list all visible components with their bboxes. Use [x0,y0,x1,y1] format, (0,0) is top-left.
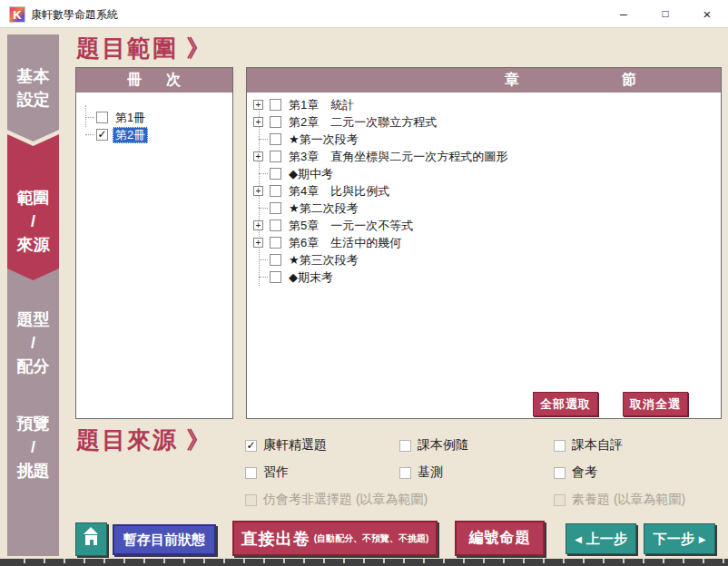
expand-icon[interactable]: + [253,100,263,110]
chapter-label[interactable]: ★第三次段考 [286,252,361,268]
chapter-checkbox[interactable] [270,185,281,197]
ruler-ticks [5,559,728,563]
chapter-label[interactable]: 第5章 一元一次不等式 [286,218,416,234]
close-button[interactable]: × [686,0,728,27]
checkbox-icon[interactable] [399,440,411,452]
tree-gutter [251,131,270,148]
chapter-label[interactable]: ★第二次段考 [286,200,361,217]
chapter-label[interactable]: 第2章 二元一次聯立方程式 [286,114,439,131]
chapter-row[interactable]: + 第4章 比與比例式 [251,182,392,200]
chapter-label[interactable]: ◆期末考 [286,269,336,286]
source-label: 課本例隨 [418,437,468,454]
tree-gutter: + [251,217,270,234]
volume-checkbox[interactable] [96,112,108,123]
volume-row[interactable]: 第1冊 [78,109,148,126]
maximize-button[interactable]: □ [644,0,686,27]
chapter-label[interactable]: 第3章 直角坐標與二元一次方程式的圖形 [286,149,510,165]
chapter-checkbox[interactable] [270,99,281,111]
source-literacy: 素養題 (以章為範圍) [554,492,685,508]
chapter-label[interactable]: 第6章 生活中的幾何 [286,235,404,251]
source-label: 素養題 (以章為範圍) [572,492,685,508]
chapter-row[interactable]: + 第3章 直角坐標與二元一次方程式的圖形 [251,148,510,165]
expand-icon[interactable]: + [253,220,263,230]
chapter-checkbox[interactable] [270,254,281,266]
deselect-all-button[interactable]: 取消全選 [623,392,688,416]
chapter-checkbox[interactable] [270,220,281,231]
previous-step-label: 上一步 [586,531,627,548]
tree-stub [85,117,94,118]
tree-stub [85,134,94,135]
chapter-row[interactable]: ★第一次段考 [251,131,361,148]
volume-label[interactable]: 第2冊 [113,127,148,143]
source-label: 康軒精選題 [263,437,327,454]
checkbox-icon[interactable] [554,467,566,479]
step-sidebar: 基本 設定 範圍 / 來源 題型 / 配分 預覽 / 挑題 [7,34,59,556]
source-kangxuan-selected[interactable]: ✓ 康軒精選題 [245,437,327,454]
checkbox-icon[interactable] [399,467,411,479]
volume-header-right: 次 [166,71,182,90]
save-state-button[interactable]: 暫存目前狀態 [113,524,216,555]
chapter-row[interactable]: ◆期中考 [251,165,336,182]
source-label: 課本自評 [572,437,623,454]
checkbox-icon [245,494,257,506]
numbered-question-button[interactable]: 編號命題 [455,521,545,556]
next-step-label: 下一步 [654,531,694,548]
chapter-label[interactable]: ◆期中考 [286,166,336,182]
tree-gutter [78,109,96,126]
chapter-row[interactable]: ◆期末考 [251,268,336,286]
chapter-checkbox[interactable] [270,237,281,249]
volume-label[interactable]: 第1冊 [113,110,148,126]
source-exam[interactable]: 會考 [554,464,597,481]
source-label: 基測 [418,464,443,481]
volume-row[interactable]: ✓ 第2冊 [78,126,148,143]
source-label: 習作 [263,464,289,481]
left-arrow-icon: ◀ [575,534,582,544]
expand-icon[interactable]: + [253,238,263,248]
direct-generate-note: (自動配分、不預覽、不挑題) [314,532,429,545]
volume-panel: 冊 次 第1冊 ✓ 第2冊 [75,67,233,419]
chapter-row[interactable]: ★第三次段考 [251,251,361,268]
select-all-button[interactable]: 全部選取 [533,392,598,416]
source-textbook-examples[interactable]: 課本例隨 [399,437,468,454]
next-step-button[interactable]: 下一步 ▶ [644,523,715,554]
volume-checkbox[interactable]: ✓ [96,129,108,141]
source-workbook[interactable]: 習作 [245,464,289,481]
previous-step-button[interactable]: ◀ 上一步 [566,523,636,554]
direct-generate-label: 直接出卷 [241,528,310,550]
home-button[interactable] [75,522,107,556]
chapter-checkbox[interactable] [270,202,281,214]
chapter-label[interactable]: 第4章 比與比例式 [286,183,392,200]
volume-panel-header: 冊 次 [76,68,232,93]
checkbox-icon[interactable] [245,467,257,479]
chapter-row[interactable]: ★第二次段考 [251,200,361,217]
expand-icon[interactable]: + [253,151,263,161]
question-source-heading: 題目來源 》 [76,424,212,456]
tree-gutter: + [251,234,270,251]
source-basic-test[interactable]: 基測 [399,464,443,481]
chapter-row[interactable]: + 第6章 生活中的幾何 [251,234,404,251]
volume-header-left: 冊 [127,71,143,90]
expand-icon[interactable]: + [253,186,263,196]
source-textbook-selfcheck[interactable]: 課本自評 [554,437,623,454]
app-logo-icon: K [9,6,25,23]
source-mock-nonchoice: 仿會考非選擇題 (以章為範圍) [245,492,428,508]
chapter-row[interactable]: + 第5章 一元一次不等式 [251,217,416,234]
sidebar-item-basic-settings[interactable]: 基本 設定 [7,34,59,142]
sidebar-item-preview-pick[interactable]: 預覽 / 挑題 [7,377,59,556]
chapter-checkbox[interactable] [270,133,281,145]
expand-icon[interactable]: + [253,117,263,127]
checkbox-icon [554,494,566,506]
checkbox-icon[interactable]: ✓ [245,440,257,452]
chapter-row[interactable]: + 第1章 統計 [251,96,357,113]
chapter-checkbox[interactable] [270,271,281,283]
chapter-checkbox[interactable] [270,168,281,180]
direct-generate-button[interactable]: 直接出卷 (自動配分、不預覽、不挑題) [232,521,438,556]
chapter-checkbox[interactable] [270,116,281,128]
checkbox-icon[interactable] [554,440,566,452]
chapter-checkbox[interactable] [270,151,281,162]
question-range-heading: 題目範圍 》 [76,33,212,64]
chapter-row[interactable]: + 第2章 二元一次聯立方程式 [251,113,439,131]
chapter-label[interactable]: ★第一次段考 [286,132,361,148]
chapter-label[interactable]: 第1章 統計 [286,97,357,113]
minimize-button[interactable]: – [603,0,644,27]
